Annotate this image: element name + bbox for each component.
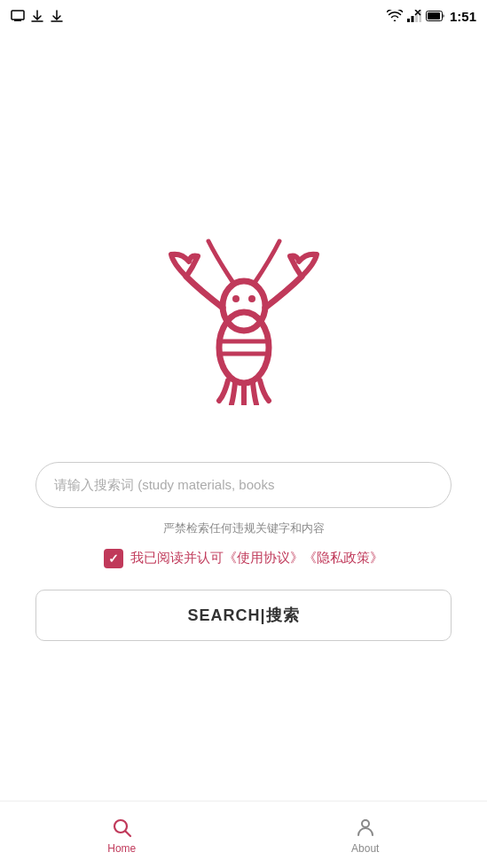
status-left-icons <box>11 9 64 23</box>
svg-point-13 <box>248 295 255 302</box>
svg-point-11 <box>223 281 265 331</box>
svg-point-18 <box>362 820 369 827</box>
agreement-text: 我已阅读并认可《使用协议》《隐私政策》 <box>130 550 383 567</box>
svg-point-12 <box>232 295 240 302</box>
nav-home[interactable]: Home <box>0 816 244 855</box>
status-time: 1:51 <box>450 9 476 24</box>
search-input[interactable] <box>35 462 452 508</box>
svg-rect-9 <box>428 12 440 20</box>
lobster-icon <box>155 210 333 405</box>
warning-text: 严禁检索任何违规关键字和内容 <box>163 520 325 536</box>
home-search-icon <box>110 816 133 839</box>
status-right-icons: 1:51 <box>387 9 476 24</box>
bottom-nav: Home About <box>0 801 487 868</box>
app-logo <box>155 210 333 409</box>
signal-icon <box>407 10 421 22</box>
svg-line-17 <box>126 831 131 836</box>
home-label: Home <box>107 842 136 855</box>
svg-rect-3 <box>411 16 413 22</box>
wifi-icon <box>387 10 403 22</box>
agreement-row: 我已阅读并认可《使用协议》《隐私政策》 <box>104 549 383 568</box>
about-icon <box>354 816 377 839</box>
svg-rect-0 <box>12 11 24 20</box>
nav-about[interactable]: About <box>244 816 488 855</box>
main-content: 严禁检索任何违规关键字和内容 我已阅读并认可《使用协议》《隐私政策》 SEARC… <box>0 32 487 801</box>
search-button[interactable]: SEARCH|搜索 <box>35 590 452 641</box>
download1-icon <box>30 9 44 23</box>
about-label: About <box>351 842 379 855</box>
agreement-checkbox[interactable] <box>104 549 123 568</box>
download2-icon <box>50 9 64 23</box>
status-bar: 1:51 <box>0 0 487 32</box>
battery-icon <box>426 11 445 21</box>
svg-rect-2 <box>407 19 410 22</box>
screen-icon <box>11 9 25 23</box>
svg-rect-1 <box>14 20 21 21</box>
search-area: 严禁检索任何违规关键字和内容 我已阅读并认可《使用协议》《隐私政策》 SEARC… <box>35 462 452 641</box>
